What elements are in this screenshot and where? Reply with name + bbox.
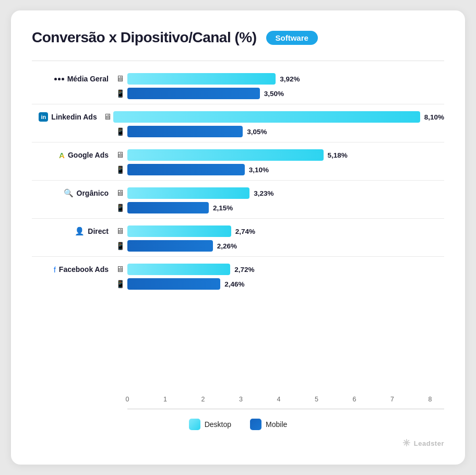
x-tick-8: 8: [429, 396, 432, 403]
label-col-media-geral: Média Geral: [32, 75, 113, 83]
x-tick-7: 7: [390, 396, 394, 403]
desktop-device-icon: 🖥: [116, 150, 124, 160]
bar-organico-desktop: [127, 187, 249, 199]
bar-label-direct-mobile: 2,26%: [217, 242, 237, 250]
mobile-device-icon: 📱: [116, 165, 125, 174]
bar-row-facebook-ads-mobile: 📱2,46%: [32, 278, 444, 290]
header: Conversão x Dipositivo/Canal (%) Softwar…: [32, 29, 444, 46]
bar-label-google-ads-desktop: 5,18%: [328, 151, 348, 159]
mobile-device-icon: 📱: [116, 127, 125, 136]
device-col-organico-mobile: 📱: [113, 204, 127, 212]
bar-media-geral-mobile: [127, 88, 260, 99]
label-col-linkedin-ads: inLinkedin Ads: [32, 112, 101, 122]
desktop-device-icon: 🖥: [116, 74, 124, 84]
group-label-organico: Orgânico: [77, 189, 109, 197]
bar-col-google-ads-mobile: 3,10%: [127, 164, 444, 175]
facebook-icon: f: [54, 265, 56, 274]
bar-col-direct-desktop: 2,74%: [127, 225, 444, 237]
bar-row-google-ads-desktop: AGoogle Ads🖥5,18%: [32, 149, 444, 161]
bar-col-linkedin-ads-mobile: 3,05%: [127, 126, 444, 137]
bar-row-facebook-ads-desktop: fFacebook Ads🖥2,72%: [32, 264, 444, 275]
legend-mobile-label: Mobile: [266, 420, 287, 429]
mobile-device-icon: 📱: [116, 204, 125, 212]
x-tick-1: 1: [163, 396, 167, 403]
direct-icon: 👤: [75, 227, 85, 236]
label-col-direct: 👤Direct: [32, 227, 113, 236]
x-tick-6: 6: [353, 396, 356, 403]
device-col-facebook-ads-desktop: 🖥: [113, 265, 127, 274]
bar-col-google-ads-desktop: 5,18%: [127, 149, 444, 161]
header-divider: [32, 61, 444, 61]
x-axis: 012345678: [32, 395, 444, 409]
bar-organico-mobile: [127, 202, 209, 213]
brand-name: Leadster: [414, 440, 444, 447]
bar-col-media-geral-mobile: 3,50%: [127, 88, 444, 99]
label-col-google-ads: AGoogle Ads: [32, 151, 113, 160]
bar-label-linkedin-ads-mobile: 3,05%: [247, 128, 267, 136]
group-media-geral: Média Geral🖥3,92%📱3,50%: [32, 66, 444, 104]
x-tick-4: 4: [277, 396, 281, 403]
device-col-media-geral-mobile: 📱: [113, 89, 127, 98]
device-col-direct-mobile: 📱: [113, 242, 127, 250]
label-col-organico: 🔍Orgânico: [32, 188, 113, 198]
bar-row-media-geral-mobile: 📱3,50%: [32, 88, 444, 99]
bar-google-ads-mobile: [127, 164, 245, 175]
desktop-device-icon: 🖥: [116, 265, 124, 274]
legend-desktop-label: Desktop: [205, 420, 231, 429]
desktop-device-icon: 🖥: [116, 188, 124, 198]
bar-label-google-ads-mobile: 3,10%: [249, 166, 269, 174]
organic-icon: 🔍: [64, 188, 74, 198]
bar-direct-desktop: [127, 225, 231, 237]
bar-linkedin-ads-desktop: [113, 111, 420, 123]
page-title: Conversão x Dipositivo/Canal (%): [32, 29, 257, 46]
device-col-facebook-ads-mobile: 📱: [113, 280, 127, 288]
device-col-media-geral-desktop: 🖥: [113, 74, 127, 84]
bar-row-linkedin-ads-desktop: inLinkedin Ads🖥8,10%: [32, 111, 444, 123]
bar-row-direct-mobile: 📱2,26%: [32, 240, 444, 252]
device-col-organico-desktop: 🖥: [113, 188, 127, 198]
bar-label-facebook-ads-desktop: 2,72%: [234, 266, 254, 274]
bar-google-ads-desktop: [127, 149, 324, 161]
group-label-linkedin-ads: Linkedin Ads: [51, 113, 97, 121]
bar-label-media-geral-mobile: 3,50%: [264, 90, 284, 98]
bar-linkedin-ads-mobile: [127, 126, 243, 137]
footer: ✳ Leadster: [32, 437, 444, 449]
label-col-facebook-ads: fFacebook Ads: [32, 265, 113, 274]
bar-label-organico-desktop: 3,23%: [254, 189, 273, 197]
x-tick-0: 0: [126, 396, 129, 403]
bar-col-organico-desktop: 3,23%: [127, 187, 444, 199]
x-axis-inner: 012345678: [127, 395, 444, 409]
group-label-google-ads: Google Ads: [68, 151, 109, 159]
dots-icon: [54, 78, 64, 80]
bar-col-linkedin-ads-desktop: 8,10%: [113, 111, 444, 123]
bar-label-direct-desktop: 2,74%: [235, 228, 255, 235]
bar-direct-mobile: [127, 240, 213, 252]
linkedin-icon: in: [39, 112, 48, 122]
bar-col-direct-mobile: 2,26%: [127, 240, 444, 252]
group-direct: 👤Direct🖥2,74%📱2,26%: [32, 219, 444, 257]
chart-area: Média Geral🖥3,92%📱3,50%inLinkedin Ads🖥8,…: [32, 66, 444, 389]
group-label-direct: Direct: [88, 227, 109, 235]
google-icon: A: [59, 151, 65, 160]
bar-facebook-ads-mobile: [127, 278, 220, 290]
legend-desktop-swatch: [189, 419, 200, 430]
group-label-facebook-ads: Facebook Ads: [59, 265, 109, 274]
device-col-direct-desktop: 🖥: [113, 227, 127, 236]
bar-row-google-ads-mobile: 📱3,10%: [32, 164, 444, 175]
bar-label-linkedin-ads-desktop: 8,10%: [424, 113, 444, 121]
x-axis-line: [127, 409, 444, 410]
leadster-icon: ✳: [402, 437, 411, 449]
x-tick-3: 3: [239, 396, 243, 403]
device-col-google-ads-mobile: 📱: [113, 165, 127, 174]
device-col-linkedin-ads-mobile: 📱: [113, 127, 127, 136]
x-tick-5: 5: [315, 396, 318, 403]
mobile-device-icon: 📱: [116, 280, 125, 288]
bar-row-direct-desktop: 👤Direct🖥2,74%: [32, 225, 444, 237]
x-tick-2: 2: [201, 396, 205, 403]
bar-row-organico-mobile: 📱2,15%: [32, 202, 444, 213]
desktop-device-icon: 🖥: [116, 227, 124, 236]
bar-media-geral-desktop: [127, 73, 276, 85]
group-label-media-geral: Média Geral: [67, 75, 109, 83]
group-organico: 🔍Orgânico🖥3,23%📱2,15%: [32, 181, 444, 219]
group-linkedin-ads: inLinkedin Ads🖥8,10%📱3,05%: [32, 104, 444, 142]
